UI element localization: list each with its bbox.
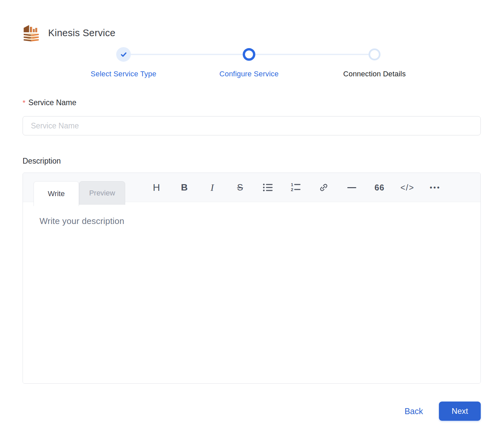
kinesis-icon xyxy=(22,23,41,42)
description-editor: Write Preview H B I S 1 2 xyxy=(23,173,481,384)
editor-toolbar-icons: H B I S 1 2 xyxy=(142,173,449,202)
stepper-step-configure-service[interactable]: Configure Service xyxy=(186,47,312,78)
strikethrough-icon[interactable]: S xyxy=(226,173,254,202)
heading-icon[interactable]: H xyxy=(142,173,170,202)
quote-icon[interactable]: 66 xyxy=(366,173,393,202)
editor-tabs: Write Preview xyxy=(34,181,125,206)
code-icon[interactable]: </> xyxy=(393,173,421,202)
ordered-list-icon[interactable]: 1 2 xyxy=(282,173,310,202)
description-label: Description xyxy=(23,156,61,166)
horizontal-rule-icon[interactable] xyxy=(338,173,366,202)
next-button[interactable]: Next xyxy=(439,402,481,421)
stepper: Select Service Type Configure Service Co… xyxy=(61,47,437,78)
description-label-row: Description xyxy=(23,156,504,166)
svg-text:1: 1 xyxy=(291,183,293,187)
link-icon[interactable] xyxy=(310,173,338,202)
service-name-label: Service Name xyxy=(29,98,76,108)
editor-toolbar: Write Preview H B I S 1 2 xyxy=(23,173,480,202)
editor-write-area xyxy=(23,202,480,384)
check-icon xyxy=(120,51,127,58)
step-upcoming-indicator xyxy=(369,48,380,60)
stepper-step-select-service-type[interactable]: Select Service Type xyxy=(61,47,186,78)
tab-preview[interactable]: Preview xyxy=(79,181,125,205)
bold-icon[interactable]: B xyxy=(170,173,198,202)
service-name-input[interactable] xyxy=(23,116,481,135)
service-name-label-row: * Service Name xyxy=(23,98,504,108)
stepper-step-connection-details[interactable]: Connection Details xyxy=(312,47,437,78)
page-title: Kinesis Service xyxy=(48,28,116,38)
unordered-list-icon[interactable] xyxy=(254,173,282,202)
step-label: Configure Service xyxy=(219,70,279,78)
italic-icon[interactable]: I xyxy=(198,173,226,202)
step-label: Connection Details xyxy=(343,70,406,78)
description-textarea[interactable] xyxy=(23,202,480,384)
required-marker: * xyxy=(23,98,26,108)
tab-write[interactable]: Write xyxy=(34,181,79,206)
footer-actions: Back Next xyxy=(0,402,481,421)
step-completed-indicator xyxy=(116,47,131,62)
back-button[interactable]: Back xyxy=(404,407,423,416)
step-active-indicator xyxy=(243,48,255,61)
svg-text:2: 2 xyxy=(291,187,293,192)
page-header: Kinesis Service xyxy=(22,23,504,42)
more-icon[interactable]: ••• xyxy=(421,173,449,202)
step-label: Select Service Type xyxy=(91,70,156,78)
